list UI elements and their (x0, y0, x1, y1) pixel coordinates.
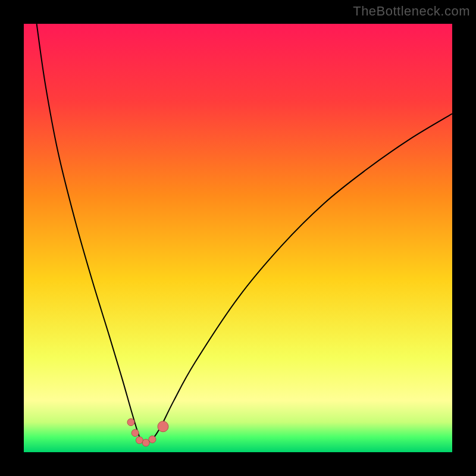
curve-marker (127, 419, 134, 426)
chart-stage: TheBottleneck.com (0, 0, 476, 476)
curve-marker (136, 437, 143, 444)
plot-area (24, 24, 452, 452)
watermark-text: TheBottleneck.com (353, 4, 470, 19)
curve-marker (149, 436, 156, 443)
curve-marker (131, 430, 139, 437)
background-gradient (24, 24, 452, 452)
curve-marker (142, 439, 149, 446)
curve-marker (158, 421, 168, 432)
